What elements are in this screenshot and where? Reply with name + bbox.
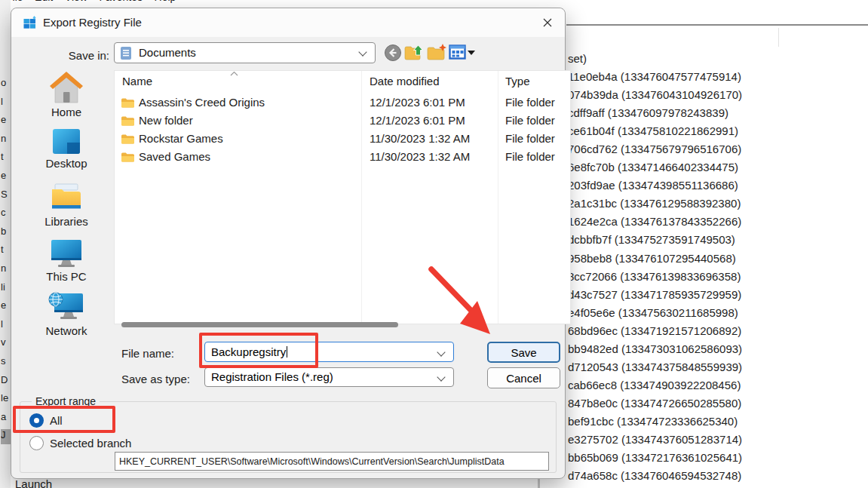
file-list-row[interactable]: Saved Games 11/30/2023 1:32 AM File fold…	[115, 148, 570, 166]
close-button[interactable]	[535, 11, 560, 34]
file-name-combobox[interactable]: Backupregsitry	[204, 342, 454, 362]
registry-value-fragment: cab66ec8 (133474903922208456)	[568, 376, 868, 394]
registry-value-fragment: ce61b04f (133475810221862991)	[568, 122, 868, 140]
up-one-level-button[interactable]	[404, 44, 425, 62]
radio-checked-icon[interactable]	[29, 413, 44, 428]
view-menu-dropdown-arrow[interactable]	[468, 51, 475, 55]
sidebar-item-label: Desktop	[20, 157, 113, 170]
sidebar-item-home[interactable]: Home	[20, 70, 113, 118]
dialog-title: Export Registry File	[43, 16, 142, 29]
registry-tree-fragment: o	[1, 77, 11, 92]
horizontal-scrollbar[interactable]	[121, 322, 398, 327]
folder-icon	[121, 97, 134, 109]
save-in-combobox[interactable]: Documents	[114, 42, 376, 63]
registry-value-fragment: d43c7527 (133471785935729959)	[568, 286, 868, 304]
name-column-header[interactable]: Name	[122, 75, 152, 87]
branch-path-value: HKEY_CURRENT_USER\Software\Microsoft\Win…	[119, 456, 505, 467]
save-in-label: Save in:	[57, 49, 109, 62]
file-type: File folder	[505, 130, 555, 148]
file-list-rows: Assassin's Creed Origins 12/1/2023 6:01 …	[115, 94, 570, 166]
registry-icon	[23, 16, 37, 29]
sidebar-item-label: Network	[20, 324, 113, 337]
file-list-row[interactable]: Assassin's Creed Origins 12/1/2023 6:01 …	[115, 94, 570, 112]
export-range-group: Export range All Selected branch HKEY_CU…	[20, 401, 557, 473]
registry-tree-fragment: l	[1, 96, 11, 111]
export-range-label: Export range	[32, 395, 100, 407]
registry-value-fragment: set)	[568, 50, 868, 68]
back-button[interactable]	[384, 44, 402, 62]
registry-tree-fragment: n	[1, 262, 11, 278]
file-name: Rockstar Games	[139, 130, 223, 148]
home-icon	[49, 70, 84, 104]
sidebar-item-libraries[interactable]: Libraries	[20, 182, 113, 228]
save-as-type-label: Save as type:	[121, 373, 190, 385]
registry-tree-fragment: c	[1, 207, 11, 222]
branch-path-field[interactable]: HKEY_CURRENT_USER\Software\Microsoft\Win…	[115, 452, 549, 471]
desktop-icon	[51, 127, 81, 155]
registry-tree-fragment: l	[1, 318, 11, 333]
registry-tree-fragment: a	[1, 411, 11, 426]
type-column-header[interactable]: Type	[505, 75, 530, 87]
export-registry-file-dialog: Export Registry File Save in: Documents	[11, 8, 566, 479]
save-as-type-value: Registration Files (*.reg)	[211, 370, 333, 383]
registry-value-fragment: bb9482ed (133473031062586093)	[568, 340, 868, 358]
sidebar-item-label: Libraries	[20, 215, 113, 228]
registry-value-fragment: 074b39da (133476043104926170)	[568, 86, 868, 104]
cancel-button[interactable]: Cancel	[487, 367, 560, 388]
registry-value-fragment: e3275702 (133474376051283714)	[568, 431, 868, 449]
registry-tree-fragment: e	[1, 114, 11, 129]
view-menu-button[interactable]	[449, 44, 466, 61]
file-list-row[interactable]: Rockstar Games 11/30/2023 1:32 AM File f…	[115, 130, 570, 148]
sidebar-item-label: This PC	[20, 270, 113, 283]
save-as-type-combobox[interactable]: Registration Files (*.reg)	[204, 367, 454, 387]
close-icon	[542, 17, 553, 28]
file-type: File folder	[505, 94, 555, 112]
registry-tree-fragment: t	[1, 151, 11, 166]
radio-option-selected-branch[interactable]: Selected branch	[29, 435, 131, 450]
sidebar-item-this-pc[interactable]: This PC	[20, 238, 113, 283]
chevron-down-icon	[437, 373, 445, 381]
regedit-menubar-fragment: File Edit View Favorites Help	[0, 0, 558, 5]
file-list-row[interactable]: New folder 12/1/2023 6:01 PM File folder	[115, 112, 570, 130]
registry-values-pane: set)11e0eb4a (133476047577475914)074b39d…	[568, 50, 868, 485]
regedit-pane-divider	[566, 24, 868, 26]
registry-tree-fragment: le	[1, 392, 11, 407]
registry-value-fragment: d7120543 (133474375848559939)	[568, 358, 868, 376]
folder-icon	[121, 152, 134, 163]
dialog-titlebar: Export Registry File	[11, 8, 565, 37]
file-name: Saved Games	[139, 148, 210, 166]
radio-option-all[interactable]: All	[29, 413, 63, 428]
this-pc-icon	[50, 238, 83, 269]
file-type: File folder	[505, 112, 555, 130]
registry-tree-fragment: b	[1, 226, 11, 241]
registry-tree-fragment: li	[1, 281, 11, 296]
registry-value-fragment: 6e8fc70b (133471466402334475)	[568, 158, 868, 176]
sidebar-item-desktop[interactable]: Desktop	[20, 127, 113, 170]
file-date: 12/1/2023 6:01 PM	[370, 112, 465, 130]
date-modified-column-header[interactable]: Date modified	[370, 75, 440, 87]
create-new-folder-button[interactable]	[427, 44, 447, 62]
file-date: 12/1/2023 6:01 PM	[370, 94, 465, 112]
registry-tree-fragment: t	[1, 244, 11, 259]
sidebar-item-network[interactable]: Network	[20, 290, 113, 337]
chevron-down-icon	[437, 348, 445, 356]
places-sidebar: Home Desktop	[20, 63, 113, 349]
file-name: Assassin's Creed Origins	[139, 94, 265, 112]
registry-value-fragment: 958beb8 (133476107295440568)	[568, 250, 868, 268]
registry-value-fragment: bef91cbc (133474723336625340)	[568, 413, 868, 431]
registry-value-fragment: d74a658c (133476046594532748)	[568, 467, 868, 485]
documents-icon	[119, 46, 133, 61]
registry-value-fragment: dcbbfb7f (133475273591749503)	[568, 231, 868, 249]
file-date: 11/30/2023 1:32 AM	[370, 130, 470, 148]
file-name: New folder	[139, 112, 193, 130]
save-button[interactable]: Save	[487, 342, 560, 363]
registry-tree-edge: olenteScbtnlielvsDleaJ	[0, 0, 11, 488]
registry-tree-fragment: n	[1, 133, 11, 148]
sidebar-item-label: Home	[20, 106, 113, 118]
radio-all-label: All	[50, 414, 63, 427]
registry-value-fragment: 847b8e0c (133474726650285580)	[568, 394, 868, 413]
chevron-down-icon	[358, 48, 367, 56]
file-date: 11/30/2023 1:32 AM	[370, 148, 470, 166]
radio-unchecked-icon[interactable]	[29, 436, 44, 450]
registry-tree-fragment: v	[1, 336, 11, 351]
